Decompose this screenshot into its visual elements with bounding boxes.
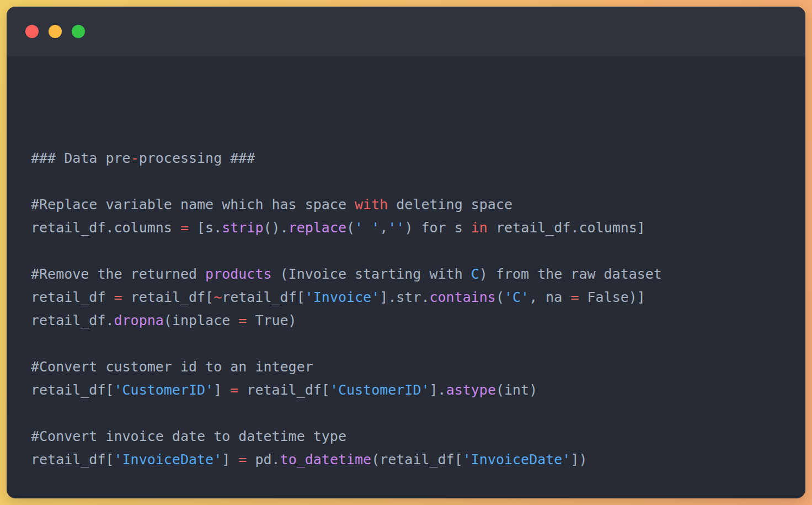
code-token-base: #Replace variable name which has space <box>31 196 355 212</box>
code-token-str: 'C' <box>504 289 529 305</box>
code-line: #Convert invoice date to datetime type <box>31 425 783 448</box>
code-area: ### Data pre-processing ### #Replace var… <box>7 56 805 498</box>
code-line <box>31 471 783 495</box>
code-token-base: retail_df <box>31 289 114 305</box>
code-token-fn: astype <box>446 382 496 398</box>
code-token-fn: contains <box>430 289 496 305</box>
code-token-base: (). <box>263 220 288 236</box>
close-button[interactable] <box>25 25 39 38</box>
code-token-base: processing ### <box>139 150 255 166</box>
code-token-str: ' ' <box>355 220 380 236</box>
code-token-base: retail_df. <box>31 312 114 328</box>
code-line <box>31 402 783 425</box>
code-token-fn: replace <box>289 220 346 236</box>
code-token-kw: in <box>471 220 488 236</box>
code-token-kw: - <box>131 150 139 166</box>
code-editor-window: ### Data pre-processing ### #Replace var… <box>7 7 805 498</box>
code-token-base: retail_df.columns] <box>488 220 645 236</box>
code-token-fn: dropna <box>114 312 164 328</box>
code-token-base: ]) <box>570 451 587 467</box>
code-token-base: False)] <box>579 289 645 305</box>
code-token-base: #Convert customer id to an integer <box>31 359 313 375</box>
code-token-fn: to_datetime <box>280 451 372 467</box>
code-token-base: #Display the cleaned dataset <box>31 498 263 498</box>
code-token-base: ( <box>346 220 355 236</box>
code-token-kw: = <box>114 289 122 305</box>
code-token-base: (Invoice starting with <box>272 266 471 282</box>
code-line: ### Data pre-processing ### <box>31 147 783 170</box>
code-token-base: ) for s <box>404 220 471 236</box>
code-token-base: ] <box>222 451 238 467</box>
code-token-fn: strip <box>222 220 263 236</box>
code-line: retail_df = retail_df[~retail_df['Invoic… <box>31 286 783 309</box>
code-token-base: retail_df.columns <box>31 220 180 236</box>
code-token-base: (int) <box>496 382 537 398</box>
code-token-str: '' <box>388 220 404 236</box>
code-token-base: deleting space <box>388 196 512 212</box>
code-token-base: ]. <box>430 382 446 398</box>
code-token-base: ) from the raw dataset <box>479 266 662 282</box>
code-token-fn: products <box>205 266 271 282</box>
minimize-button[interactable] <box>49 25 62 38</box>
code-line <box>31 240 783 263</box>
code-token-base: #Remove the returned <box>31 266 205 282</box>
code-token-base: (retail_df[ <box>371 451 463 467</box>
code-token-base: ] <box>213 382 230 398</box>
code-token-str: C <box>471 266 479 282</box>
code-line: #Remove the returned products (Invoice s… <box>31 263 783 286</box>
code-token-base: True) <box>247 312 296 328</box>
code-line: retail_df.dropna(inplace = True) <box>31 309 783 332</box>
code-token-str: 'CustomerID' <box>114 382 214 398</box>
code-token-kw: = <box>230 382 238 398</box>
code-token-base: retail_df[ <box>222 289 305 305</box>
code-token-str: 'InvoiceDate' <box>114 451 222 467</box>
code-line: #Replace variable name which has space w… <box>31 193 783 216</box>
code-line: retail_df['InvoiceDate'] = pd.to_datetim… <box>31 448 783 471</box>
code-token-str: 'InvoiceDate' <box>463 451 571 467</box>
code-token-kw: = <box>238 312 247 328</box>
code-token-kw: with <box>355 196 388 212</box>
code-token-base: retail_df[ <box>31 382 114 398</box>
code-token-base: , na <box>529 289 570 305</box>
maximize-button[interactable] <box>72 25 85 38</box>
code-token-base: [s. <box>189 220 222 236</box>
code-token-base: retail_df[ <box>238 382 330 398</box>
window-titlebar <box>7 7 805 56</box>
code-line: retail_df['CustomerID'] = retail_df['Cus… <box>31 379 783 402</box>
code-token-base: , <box>380 220 388 236</box>
code-token-kw: = <box>570 289 579 305</box>
code-token-kw: = <box>180 220 189 236</box>
code-token-kw: = <box>238 451 247 467</box>
code-token-str: 'Invoice' <box>305 289 380 305</box>
code-token-base: ( <box>496 289 504 305</box>
code-line <box>31 332 783 355</box>
code-token-str: 'CustomerID' <box>330 382 430 398</box>
code-token-base: ### Data pre <box>31 150 131 166</box>
code-token-base: #Convert invoice date to datetime type <box>31 428 346 444</box>
code-line <box>31 170 783 193</box>
code-token-base: pd. <box>247 451 280 467</box>
code-token-base: retail_df[ <box>122 289 214 305</box>
code-line: retail_df.columns = [s.strip().replace('… <box>31 216 783 240</box>
desktop-background: ### Data pre-processing ### #Replace var… <box>0 0 812 505</box>
code-token-base: ].str. <box>380 289 429 305</box>
code-line: #Convert customer id to an integer <box>31 355 783 379</box>
code-token-base: retail_df[ <box>31 451 114 467</box>
code-token-base: (inplace <box>164 312 238 328</box>
code-line: #Display the cleaned dataset <box>31 495 783 498</box>
code-token-kw: ~ <box>213 289 222 305</box>
